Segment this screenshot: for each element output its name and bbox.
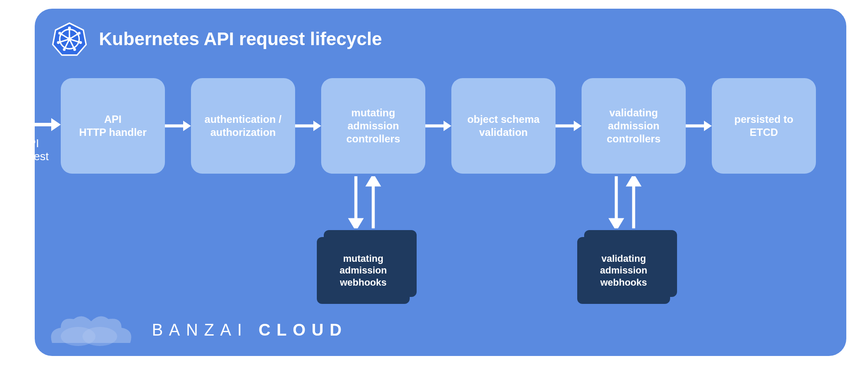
arrow-icon <box>425 119 451 132</box>
mutating-webhooks-box: mutating admission webhooks <box>317 237 410 304</box>
validating-webhooks-box: validating admission webhooks <box>577 237 670 304</box>
svg-marker-32 <box>368 176 378 185</box>
svg-marker-20 <box>183 121 191 131</box>
stage-validating-admission: validating admission controllers <box>582 78 686 174</box>
svg-marker-30 <box>351 220 361 228</box>
stage-api-http-handler: APIHTTP handler <box>61 78 165 174</box>
svg-marker-18 <box>51 118 61 131</box>
arrow-icon <box>165 119 191 132</box>
brand-part1: BANZAI <box>152 321 248 339</box>
brand-footer: BANZAI CLOUD <box>48 313 348 347</box>
diagram-title: Kubernetes API request lifecycle <box>99 29 382 49</box>
input-label: API request <box>2 137 58 163</box>
arrow-icon <box>556 119 582 132</box>
svg-point-12 <box>79 41 82 44</box>
svg-marker-34 <box>611 220 621 228</box>
svg-point-14 <box>63 48 66 51</box>
arrow-icon <box>295 119 321 132</box>
svg-marker-22 <box>313 121 321 131</box>
svg-marker-26 <box>574 121 582 131</box>
svg-point-15 <box>57 41 59 44</box>
svg-marker-28 <box>704 121 712 131</box>
validating-webhooks-stack: validating admission webhooks <box>577 230 677 304</box>
brand-text: BANZAI CLOUD <box>152 321 348 339</box>
bidir-arrows-mutating <box>339 176 391 228</box>
stage-row: APIHTTP handler authentication / authori… <box>61 78 829 174</box>
brand-part2: CLOUD <box>259 321 348 339</box>
svg-point-10 <box>68 26 71 29</box>
kubernetes-icon <box>52 22 87 56</box>
diagram-header: Kubernetes API request lifecycle <box>52 22 382 56</box>
bidir-arrows-validating <box>599 176 651 228</box>
stage-schema-validation: object schema validation <box>451 78 556 174</box>
banzai-cloud-icon <box>48 313 135 347</box>
svg-marker-36 <box>628 176 639 185</box>
arrow-icon <box>686 119 712 132</box>
svg-point-11 <box>78 32 80 34</box>
stage-authn-authz: authentication / authorization <box>191 78 295 174</box>
diagram-panel: Kubernetes API request lifecycle API req… <box>35 9 846 356</box>
stage-persisted-etcd: persisted to ETCD <box>712 78 816 174</box>
svg-point-13 <box>73 48 76 51</box>
svg-marker-24 <box>444 121 451 131</box>
svg-point-38 <box>82 327 117 346</box>
mutating-webhooks-stack: mutating admission webhooks <box>317 230 417 304</box>
input-arrow <box>0 115 61 135</box>
stage-mutating-admission: mutating admission controllers <box>321 78 425 174</box>
svg-point-16 <box>58 32 61 34</box>
